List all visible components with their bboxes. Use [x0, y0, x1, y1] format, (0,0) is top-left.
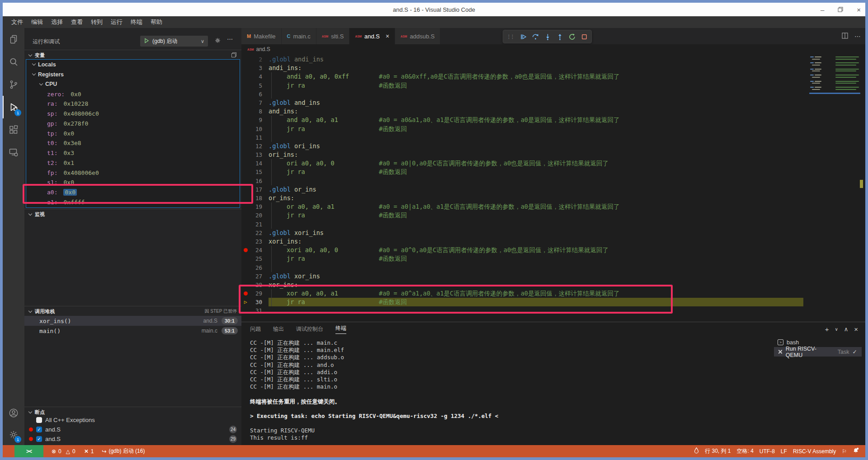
minimap[interactable] [809, 55, 860, 97]
gutter-glyph[interactable] [241, 90, 250, 99]
panel-tab-输出[interactable]: 输出 [273, 325, 284, 333]
breakpoint-row[interactable]: All C++ Exceptions [24, 415, 241, 425]
account-icon[interactable] [3, 402, 24, 424]
code-line-21[interactable]: 21 [241, 220, 865, 229]
settings-gear-icon[interactable]: 1 [3, 424, 24, 445]
code-line-31[interactable]: 31 [241, 306, 865, 315]
code-line-28[interactable]: 28xor_ins: [241, 281, 865, 289]
register-row-gp[interactable]: gp:0x278f0 [26, 119, 240, 129]
feedback-flag-icon[interactable]: ⚐ [842, 448, 847, 455]
notifications-bell-icon[interactable] [853, 447, 859, 455]
code-line-7[interactable]: 7.globl and_ins [241, 99, 865, 107]
gutter-glyph[interactable] [241, 194, 250, 202]
register-row-t2[interactable]: t2:0x1 [26, 158, 240, 168]
menu-item[interactable]: 编辑 [27, 18, 47, 26]
gutter-glyph[interactable] [241, 229, 250, 237]
gutter-glyph[interactable] [241, 272, 250, 281]
code-line-15[interactable]: 15jr ra#函数返回 [241, 168, 865, 176]
debug-step-out-button[interactable] [556, 32, 564, 41]
split-editor-icon[interactable] [842, 33, 848, 40]
code-line-19[interactable]: 19or a0, a0, a1#a0 = a0|a1,a0、a1是C语言调用者传… [241, 202, 865, 211]
code-line-27[interactable]: 27.globl xor_ins [241, 272, 865, 281]
debug-stop-button[interactable] [580, 32, 588, 41]
gutter-glyph[interactable] [241, 177, 250, 185]
extensions-icon[interactable] [3, 118, 24, 141]
code-line-17[interactable]: 17.globl or_ins [241, 185, 865, 194]
code-line-22[interactable]: 22.globl xori_ins [241, 229, 865, 237]
code-line-18[interactable]: 18or_ins: [241, 194, 865, 202]
language-status[interactable]: RISC-V Assembly [793, 448, 836, 455]
minimize-button[interactable]: – [821, 6, 824, 13]
code-line-2[interactable]: 2.globl andi_ins [241, 55, 865, 64]
panel-tab-调试控制台[interactable]: 调试控制台 [296, 325, 323, 333]
debug-step-into-button[interactable] [544, 32, 552, 41]
gutter-glyph[interactable] [241, 168, 250, 176]
search-icon[interactable] [3, 51, 24, 73]
menu-item[interactable]: 选择 [47, 18, 67, 26]
terminal-output[interactable]: CC -[M] 正在构建 ... main.cCC -[M] 正在构建 ... … [250, 339, 498, 442]
code-line-16[interactable]: 16 [241, 177, 865, 185]
gutter-glyph[interactable] [241, 263, 250, 272]
gutter-glyph[interactable] [241, 81, 250, 90]
code-line-20[interactable]: 20jr ra#函数返回 [241, 211, 865, 220]
breakpoint-row[interactable]: ✓and.S29 [24, 434, 241, 444]
register-row-a1[interactable]: a1:0xffff [26, 197, 240, 207]
gutter-glyph[interactable] [241, 107, 250, 116]
menu-item[interactable]: 文件 [7, 18, 27, 26]
call-stack-frame[interactable]: main()main.c53:1 [24, 326, 241, 336]
panel-collapse-icon[interactable] [231, 52, 237, 59]
gutter-glyph[interactable] [241, 211, 250, 220]
code-line-9[interactable]: 9and a0, a0, a1#a0 = a0&a1,a0、a1是C语言调用者传… [241, 116, 865, 124]
debug-continue-button[interactable] [519, 32, 527, 41]
code-line-10[interactable]: 10jr ra#函数返回 [241, 125, 865, 133]
indent-status[interactable]: 空格: 4 [737, 447, 754, 455]
register-row-s1[interactable]: s1:0x0 [26, 178, 240, 188]
gutter-glyph[interactable] [241, 159, 250, 168]
tree-node-CPU[interactable]: CPU [26, 80, 240, 89]
menu-item[interactable]: 终端 [127, 18, 146, 26]
new-terminal-icon[interactable]: + [825, 325, 829, 333]
gutter-glyph[interactable] [241, 64, 250, 72]
breakpoint-row[interactable]: ✓and.S24 [24, 425, 241, 434]
breadcrumb[interactable]: ASM and.S [241, 44, 865, 54]
breakpoint-checkbox[interactable]: ✓ [36, 436, 42, 442]
debug-gear-icon[interactable] [214, 37, 221, 45]
code-line-12[interactable]: 12.globl ori_ins [241, 142, 865, 150]
debug-step-over-button[interactable] [532, 32, 539, 41]
code-line-26[interactable]: 26 [241, 263, 865, 272]
code-line-5[interactable]: 5jr ra#函数返回 [241, 81, 865, 90]
problems-status[interactable]: ⊗ 0 △ 0 [52, 448, 75, 455]
gutter-glyph[interactable] [241, 116, 250, 124]
flame-icon[interactable] [694, 447, 699, 455]
running-tasks-status[interactable]: 1 [84, 448, 94, 455]
watch-section-header[interactable]: 监视 [24, 209, 241, 219]
gutter-glyph[interactable] [241, 142, 250, 150]
panel-tab-问题[interactable]: 问题 [250, 325, 261, 333]
menu-item[interactable]: 运行 [107, 18, 127, 26]
tree-node-Locals[interactable]: Locals [26, 60, 240, 70]
close-button[interactable]: × [857, 6, 861, 13]
menu-item[interactable]: 查看 [67, 18, 87, 26]
variables-tree[interactable]: LocalsRegistersCPUzero:0x0ra:0x10228sp:0… [26, 59, 240, 208]
call-stack-frame[interactable]: xor_ins()and.S30:1 [24, 316, 241, 326]
breakpoint-checkbox[interactable] [36, 417, 42, 423]
register-row-zero[interactable]: zero:0x0 [26, 89, 240, 99]
register-row-t1[interactable]: t1:0x3 [26, 148, 240, 158]
register-row-sp[interactable]: sp:0x408006c0 [26, 109, 240, 119]
encoding-status[interactable]: UTF-8 [760, 448, 775, 455]
register-row-fp[interactable]: fp:0x408006e0 [26, 168, 240, 178]
tab-close-icon[interactable]: × [386, 33, 389, 40]
start-debug-icon[interactable] [144, 38, 149, 45]
code-line-11[interactable]: 11 [241, 133, 865, 142]
remote-explorer-icon[interactable] [3, 141, 24, 164]
code-line-14[interactable]: 14ori a0, a0, 0#a0 = a0|0,a0是C语言调用者传递的参数… [241, 159, 865, 168]
gutter-glyph[interactable] [241, 133, 250, 142]
gutter-glyph[interactable] [241, 99, 250, 107]
tab-slti.S[interactable]: ASMslti.S [316, 28, 349, 44]
tab-and.S[interactable]: ASMand.S× [349, 28, 395, 44]
more-editor-actions-icon[interactable]: ⋯ [854, 33, 861, 40]
gutter-glyph[interactable] [241, 72, 250, 81]
gutter-glyph[interactable] [241, 202, 250, 211]
gutter-glyph[interactable] [241, 289, 250, 298]
code-line-13[interactable]: 13ori_ins: [241, 150, 865, 159]
